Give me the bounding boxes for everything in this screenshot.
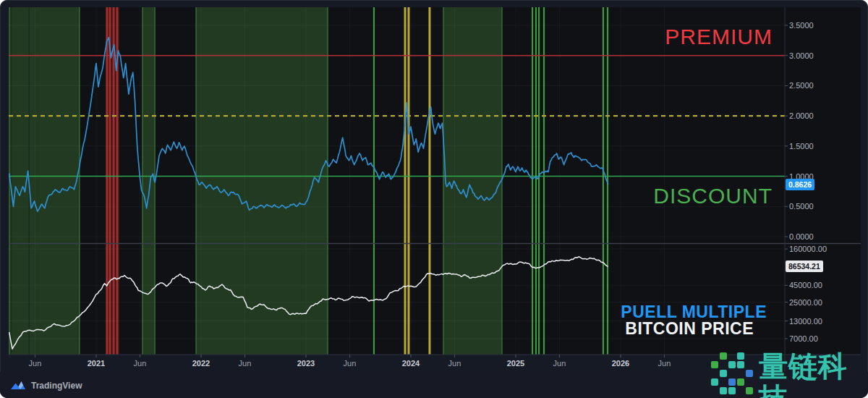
y-axis-tick-label: 1.5000 bbox=[789, 141, 814, 151]
watermark: 量链科技 QFSP.NET bbox=[711, 350, 868, 398]
tradingview-logo-icon bbox=[10, 380, 26, 391]
time-axis-label: 2022 bbox=[185, 359, 217, 368]
time-axis-label: Jun bbox=[333, 359, 365, 368]
time-axis-label: Jun bbox=[19, 359, 51, 368]
time-axis-label: Jun bbox=[438, 359, 470, 368]
y-axis-tick-label: 7000.00 bbox=[789, 334, 818, 344]
y-axis-tick-label: 0.5000 bbox=[789, 201, 814, 211]
time-axis-label: 2025 bbox=[500, 359, 532, 368]
time-axis-label: 2026 bbox=[605, 359, 637, 368]
time-axis-label: Jun bbox=[648, 359, 680, 368]
tradingview-brand-text: TradingView bbox=[31, 381, 82, 391]
y-axis-tick-label: 3.0000 bbox=[789, 51, 814, 61]
chart-plot-area[interactable] bbox=[0, 0, 868, 398]
y-axis-tick-label: 3.5000 bbox=[789, 20, 814, 30]
y-axis-tick-label: 13000.00 bbox=[789, 316, 822, 326]
time-axis-label: 2023 bbox=[290, 359, 322, 368]
time-axis-label: 2024 bbox=[395, 359, 427, 368]
time-axis-label: 2021 bbox=[80, 359, 112, 368]
puell-last-value-badge: 0.8626 bbox=[786, 179, 814, 190]
y-axis-tick-label: 0.0000 bbox=[789, 232, 814, 242]
bitcoin-last-value-badge: 86534.21 bbox=[786, 261, 823, 272]
y-axis-tick-label: 25000.00 bbox=[789, 297, 822, 308]
time-axis-label: Jun bbox=[229, 359, 260, 368]
watermark-logo-icon bbox=[711, 352, 753, 394]
chart-card: PREMIUM DISCOUNT PUELL MULTIPLE BITCOIN … bbox=[0, 0, 868, 398]
y-axis-tick-label: 160000.00 bbox=[789, 244, 827, 254]
watermark-brand-text: 量链科技 bbox=[759, 350, 868, 398]
y-axis-tick-label: 2.0000 bbox=[789, 111, 814, 121]
y-axis-tick-label: 2.5000 bbox=[789, 80, 814, 90]
y-axis-tick-label: 45000.00 bbox=[789, 280, 822, 290]
time-axis-label: Jun bbox=[124, 359, 156, 368]
time-axis-label: Jun bbox=[543, 359, 575, 368]
